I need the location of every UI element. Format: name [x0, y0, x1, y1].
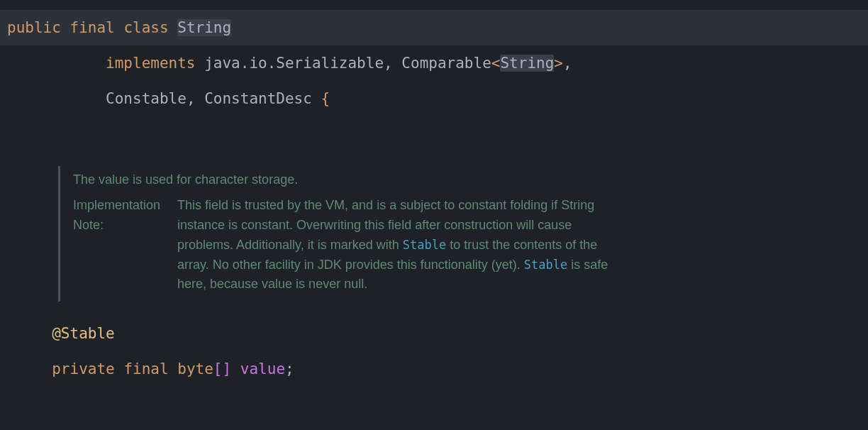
javadoc-note-body: This field is trusted by the VM, and is … [177, 196, 627, 294]
angle-close: > [554, 55, 563, 72]
code-line-annotation[interactable]: @Stable [0, 316, 868, 351]
class-name-string: String [177, 19, 231, 36]
annotation-stable: @Stable [52, 325, 115, 342]
bracket-close: ] [223, 360, 232, 377]
code-editor[interactable]: public final class String implements jav… [0, 0, 868, 430]
code-line-3[interactable]: Constable, ConstantDesc { [0, 81, 868, 116]
impl-constantdesc: ConstantDesc [204, 90, 312, 107]
doc-code-stable[interactable]: Stable [403, 238, 446, 252]
field-name-value: value [240, 360, 285, 377]
javadoc-summary: The value is used for character storage. [73, 170, 627, 190]
code-line-field[interactable]: private final byte[] value; [0, 351, 868, 387]
comma: , [563, 55, 572, 72]
impl-serializable: java.io.Serializable [204, 55, 384, 72]
generic-string: String [500, 55, 554, 72]
keyword-private: private [52, 360, 115, 377]
code-line-1[interactable]: public final class String [0, 10, 868, 45]
keyword-final: final [70, 19, 115, 36]
keyword-final: final [123, 360, 168, 377]
javadoc-note-label: Implementation Note: [73, 196, 169, 294]
comma: , [384, 55, 393, 72]
javadoc-block: The value is used for character storage.… [58, 166, 640, 302]
type-byte: byte [177, 360, 213, 377]
bracket-open: [ [213, 360, 223, 377]
keyword-class: class [123, 19, 168, 36]
angle-open: < [491, 55, 501, 72]
doc-code-stable-2[interactable]: Stable [524, 258, 567, 272]
comma: , [187, 90, 196, 107]
brace-open: { [321, 90, 330, 107]
impl-constable: Constable [106, 90, 187, 107]
code-line-blank[interactable] [0, 116, 868, 152]
semicolon: ; [285, 360, 294, 377]
keyword-public: public [7, 19, 61, 36]
code-line-2[interactable]: implements java.io.Serializable, Compara… [0, 45, 868, 81]
impl-comparable: Comparable [401, 55, 491, 72]
javadoc-note-row: Implementation Note: This field is trust… [73, 196, 627, 294]
keyword-implements: implements [106, 55, 195, 72]
